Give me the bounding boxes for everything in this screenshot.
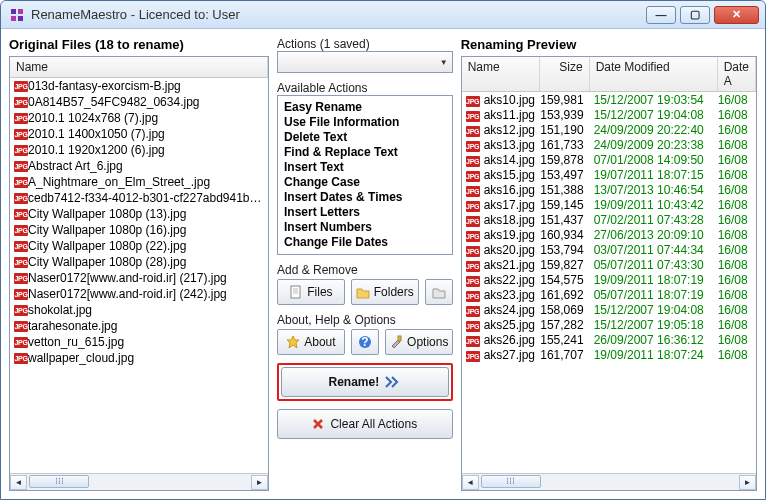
middle-panel: Actions (1 saved) ▼ Available Actions Ea… (277, 37, 453, 491)
file-row[interactable]: JPGshokolat.jpg (10, 302, 268, 318)
scroll-left-arrow[interactable]: ◄ (10, 475, 27, 490)
action-item[interactable]: Easy Rename (284, 100, 446, 115)
minimize-button[interactable]: — (646, 6, 676, 24)
file-row[interactable]: JPGCity Wallpaper 1080p (22).jpg (10, 238, 268, 254)
scroll-right-arrow[interactable]: ► (739, 475, 756, 490)
file-row[interactable]: JPGCity Wallpaper 1080p (28).jpg (10, 254, 268, 270)
col-size[interactable]: Size (540, 57, 590, 91)
preview-hscroll[interactable]: ◄ ⁞⁞⁞ ► (462, 473, 756, 490)
jpg-icon: JPG (462, 183, 484, 197)
original-files-hscroll[interactable]: ◄ ⁞⁞⁞ ► (10, 473, 268, 490)
remove-icon (432, 285, 446, 299)
preview-row[interactable]: JPGaks17.jpg159,14519/09/2011 10:43:4216… (462, 197, 756, 212)
file-row[interactable]: JPGNaser0172[www.and-roid.ir] (242).jpg (10, 286, 268, 302)
preview-date-mod: 07/01/2008 14:09:50 (590, 153, 718, 167)
preview-row[interactable]: JPGaks10.jpg159,98115/12/2007 19:03:5416… (462, 92, 756, 107)
preview-row[interactable]: JPGaks20.jpg153,79403/07/2011 07:44:3416… (462, 242, 756, 257)
preview-grid[interactable]: Name Size Date Modified Date A JPGaks10.… (461, 56, 757, 491)
action-item[interactable]: Insert Numbers (284, 220, 446, 235)
file-row[interactable]: JPG2010.1 1400x1050 (7).jpg (10, 126, 268, 142)
action-item[interactable]: Insert Dates & Times (284, 190, 446, 205)
scroll-left-arrow[interactable]: ◄ (462, 475, 479, 490)
action-item[interactable]: Change Case (284, 175, 446, 190)
preview-date-a: 16/08 (718, 198, 756, 212)
file-row[interactable]: JPGCity Wallpaper 1080p (16).jpg (10, 222, 268, 238)
file-row[interactable]: JPG013d-fantasy-exorcism-B.jpg (10, 78, 268, 94)
available-actions-list[interactable]: Easy RenameUse File InformationDelete Te… (277, 95, 453, 255)
preview-header[interactable]: Name Size Date Modified Date A (462, 57, 756, 92)
action-item[interactable]: Insert Letters (284, 205, 446, 220)
preview-date-mod: 07/02/2011 07:43:28 (590, 213, 718, 227)
preview-row[interactable]: JPGaks26.jpg155,24126/09/2007 16:36:1216… (462, 332, 756, 347)
scroll-right-arrow[interactable]: ► (251, 475, 268, 490)
action-item[interactable]: Use File Information (284, 115, 446, 130)
original-files-list[interactable]: Name JPG013d-fantasy-exorcism-B.jpgJPG0A… (9, 56, 269, 491)
file-row[interactable]: JPGA_Nightmare_on_Elm_Street_.jpg (10, 174, 268, 190)
preview-date-a: 16/08 (718, 213, 756, 227)
preview-row[interactable]: JPGaks16.jpg151,38813/07/2013 10:46:5416… (462, 182, 756, 197)
preview-row[interactable]: JPGaks19.jpg160,93427/06/2013 20:09:1016… (462, 227, 756, 242)
col-name[interactable]: Name (462, 57, 540, 91)
scroll-track[interactable]: ⁞⁞⁞ (479, 475, 739, 490)
svg-rect-3 (18, 16, 23, 21)
col-date-modified[interactable]: Date Modified (590, 57, 718, 91)
preview-row[interactable]: JPGaks27.jpg161,70719/09/2011 18:07:2416… (462, 347, 756, 362)
clear-all-button[interactable]: Clear All Actions (277, 409, 453, 439)
file-row[interactable]: JPGvetton_ru_615.jpg (10, 334, 268, 350)
actions-combo[interactable]: ▼ (277, 51, 453, 73)
file-row[interactable]: JPGwallpaper_cloud.jpg (10, 350, 268, 366)
about-button[interactable]: About (277, 329, 345, 355)
jpg-icon: JPG (10, 177, 28, 188)
preview-row[interactable]: JPGaks25.jpg157,28215/12/2007 19:05:1816… (462, 317, 756, 332)
preview-row[interactable]: JPGaks23.jpg161,69205/07/2011 18:07:1916… (462, 287, 756, 302)
preview-row[interactable]: JPGaks15.jpg153,49719/07/2011 18:07:1516… (462, 167, 756, 182)
column-name[interactable]: Name (10, 57, 268, 77)
scroll-thumb[interactable]: ⁞⁞⁞ (481, 475, 541, 488)
action-item[interactable]: Insert Text (284, 160, 446, 175)
preview-row[interactable]: JPGaks14.jpg159,87807/01/2008 14:09:5016… (462, 152, 756, 167)
file-row[interactable]: JPGtarahesonate.jpg (10, 318, 268, 334)
preview-row[interactable]: JPGaks24.jpg158,06915/12/2007 19:04:0816… (462, 302, 756, 317)
scroll-thumb[interactable]: ⁞⁞⁞ (29, 475, 89, 488)
preview-name: aks13.jpg (484, 138, 540, 152)
jpg-icon: JPG (10, 161, 28, 172)
original-files-title: Original Files (18 to rename) (9, 37, 269, 52)
scroll-track[interactable]: ⁞⁞⁞ (27, 475, 251, 490)
remove-button[interactable] (425, 279, 453, 305)
preview-row[interactable]: JPGaks18.jpg151,43707/02/2011 07:43:2816… (462, 212, 756, 227)
preview-name: aks23.jpg (484, 288, 540, 302)
preview-date-mod: 19/09/2011 10:43:42 (590, 198, 718, 212)
rename-button[interactable]: Rename! (281, 367, 449, 397)
rename-button-label: Rename! (328, 375, 379, 389)
file-icon (289, 285, 303, 299)
file-row[interactable]: JPGNaser0172[www.and-roid.ir] (217).jpg (10, 270, 268, 286)
close-button[interactable]: ✕ (714, 6, 759, 24)
add-files-button[interactable]: Files (277, 279, 345, 305)
file-row[interactable]: JPGCity Wallpaper 1080p (13).jpg (10, 206, 268, 222)
preview-row[interactable]: JPGaks21.jpg159,82705/07/2011 07:43:3016… (462, 257, 756, 272)
col-date-a[interactable]: Date A (718, 57, 756, 91)
preview-size: 157,282 (540, 318, 590, 332)
preview-row[interactable]: JPGaks13.jpg161,73324/09/2009 20:23:3816… (462, 137, 756, 152)
preview-row[interactable]: JPGaks22.jpg154,57519/09/2011 18:07:1916… (462, 272, 756, 287)
file-row[interactable]: JPG2010.1 1024x768 (7).jpg (10, 110, 268, 126)
maximize-button[interactable]: ▢ (680, 6, 710, 24)
file-row[interactable]: JPG0A814B57_54FC9482_0634.jpg (10, 94, 268, 110)
help-button[interactable]: ? (351, 329, 379, 355)
preview-size: 154,575 (540, 273, 590, 287)
clear-all-label: Clear All Actions (330, 417, 417, 431)
original-files-header[interactable]: Name (10, 57, 268, 78)
action-item[interactable]: Find & Replace Text (284, 145, 446, 160)
titlebar[interactable]: RenameMaestro - Licenced to: User — ▢ ✕ (1, 1, 765, 29)
file-row[interactable]: JPG2010.1 1920x1200 (6).jpg (10, 142, 268, 158)
preview-name: aks25.jpg (484, 318, 540, 332)
add-folders-button[interactable]: Folders (351, 279, 419, 305)
action-item[interactable]: Change File Dates (284, 235, 446, 250)
action-item[interactable]: Delete Text (284, 130, 446, 145)
options-button[interactable]: Options (385, 329, 453, 355)
file-row[interactable]: JPGcedb7412-f334-4012-b301-cf227abd941b_… (10, 190, 268, 206)
jpg-icon: JPG (462, 348, 484, 362)
preview-row[interactable]: JPGaks12.jpg151,19024/09/2009 20:22:4016… (462, 122, 756, 137)
file-row[interactable]: JPGAbstract Art_6.jpg (10, 158, 268, 174)
preview-row[interactable]: JPGaks11.jpg153,93915/12/2007 19:04:0816… (462, 107, 756, 122)
